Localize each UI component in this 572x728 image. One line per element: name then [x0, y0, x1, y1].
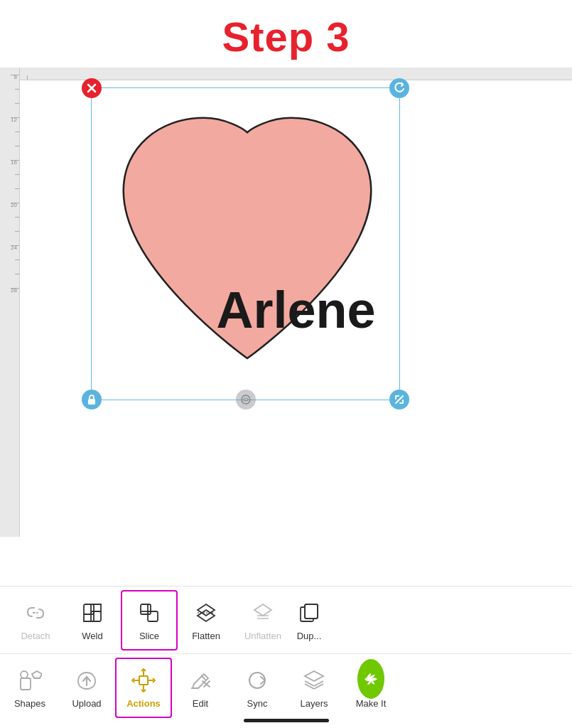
tool-duplicate-label: Dup... — [297, 631, 322, 641]
tool-detach[interactable]: Detach — [7, 590, 64, 651]
design-canvas[interactable]: Arlene — [20, 80, 572, 537]
close-handle[interactable] — [82, 78, 102, 98]
svg-line-36 — [201, 675, 205, 680]
svg-point-3 — [242, 395, 250, 404]
svg-rect-23 — [305, 604, 318, 619]
duplicate-icon — [296, 599, 323, 626]
tool-detach-label: Detach — [21, 631, 50, 641]
svg-rect-2 — [88, 399, 95, 405]
svg-marker-40 — [305, 671, 323, 681]
nav-shapes[interactable]: Shapes — [1, 658, 58, 718]
ruler-left: 8 12 16 20 24 28 — [0, 68, 20, 537]
rotate-handle[interactable] — [389, 78, 409, 98]
toolbar-bottom-row: Shapes Upload — [0, 654, 572, 722]
nav-layers[interactable]: Layers — [286, 658, 342, 718]
nav-edit[interactable]: Edit — [172, 658, 229, 718]
tool-weld-label: Weld — [82, 631, 102, 641]
nav-shapes-label: Shapes — [14, 698, 45, 709]
svg-point-26 — [21, 671, 28, 678]
nav-actions[interactable]: Actions — [115, 658, 172, 718]
tool-duplicate[interactable]: Dup... — [291, 590, 327, 651]
tool-unflatten[interactable]: Unflatten — [234, 590, 291, 651]
tool-slice-label: Slice — [139, 631, 159, 641]
actions-icon — [130, 667, 157, 694]
svg-marker-19 — [254, 604, 271, 616]
lock-handle[interactable] — [82, 390, 102, 410]
svg-rect-10 — [84, 604, 94, 614]
nav-actions-label: Actions — [126, 698, 161, 709]
nav-sync-label: Sync — [247, 698, 268, 709]
svg-marker-35 — [193, 674, 208, 688]
sync-icon — [244, 667, 271, 694]
svg-line-4 — [396, 396, 403, 403]
nav-upload-label: Upload — [72, 698, 101, 709]
tool-slice[interactable]: Slice — [121, 590, 178, 651]
svg-rect-30 — [139, 676, 148, 685]
svg-rect-13 — [148, 611, 158, 621]
resize-handle[interactable] — [389, 390, 409, 410]
canvas-area: 8 12 16 20 24 28 — [0, 68, 572, 537]
ruler-top — [20, 68, 572, 80]
unflatten-icon — [249, 599, 276, 626]
nav-make-it-label: Make It — [356, 698, 387, 709]
svg-rect-12 — [141, 604, 151, 614]
tool-flatten-label: Flatten — [192, 631, 220, 641]
svg-line-1 — [88, 85, 95, 92]
layers-icon — [301, 667, 328, 694]
shapes-icon — [16, 667, 43, 694]
flatten-icon — [193, 599, 220, 626]
center-handle — [236, 390, 256, 410]
detach-icon — [22, 599, 49, 626]
make-it-icon — [357, 667, 384, 694]
nav-sync[interactable]: Sync — [229, 658, 286, 718]
step-title: Step 3 — [0, 13, 572, 60]
heart-container — [102, 96, 393, 387]
home-indicator — [244, 719, 329, 722]
tool-weld[interactable]: Weld — [64, 590, 121, 651]
nav-make-it[interactable]: Make It — [342, 658, 399, 718]
slice-icon — [136, 599, 163, 626]
tool-unflatten-label: Unflatten — [244, 631, 281, 641]
edit-icon — [187, 667, 214, 694]
svg-line-0 — [88, 85, 95, 92]
upload-icon — [73, 667, 100, 694]
nav-layers-label: Layers — [300, 698, 328, 709]
step-header: Step 3 — [0, 0, 572, 68]
svg-rect-11 — [91, 611, 101, 621]
nav-upload[interactable]: Upload — [58, 658, 115, 718]
toolbar: Detach Weld Sli — [0, 586, 572, 728]
svg-rect-25 — [21, 678, 31, 690]
tool-flatten[interactable]: Flatten — [178, 590, 234, 651]
weld-icon — [79, 599, 106, 626]
make-it-button[interactable] — [357, 659, 384, 699]
toolbar-top-row: Detach Weld Sli — [0, 587, 572, 654]
nav-edit-label: Edit — [193, 698, 208, 709]
